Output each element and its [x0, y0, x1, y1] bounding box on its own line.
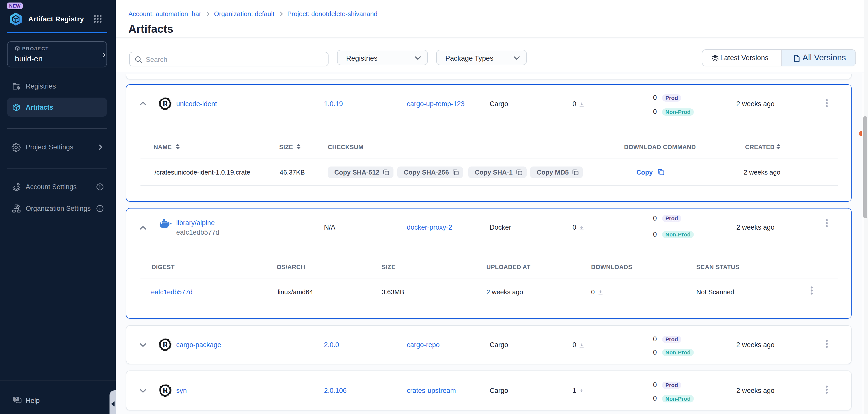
svg-text:R: R — [162, 99, 168, 108]
svg-text:R: R — [162, 386, 168, 395]
svg-text:R: R — [162, 340, 168, 349]
svg-text:?: ? — [14, 396, 17, 402]
